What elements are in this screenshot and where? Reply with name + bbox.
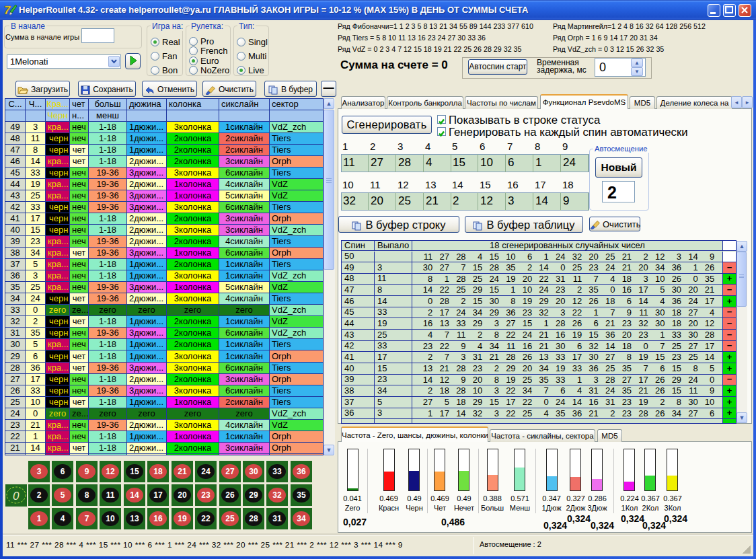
- svg-text:0: 0: [13, 490, 20, 502]
